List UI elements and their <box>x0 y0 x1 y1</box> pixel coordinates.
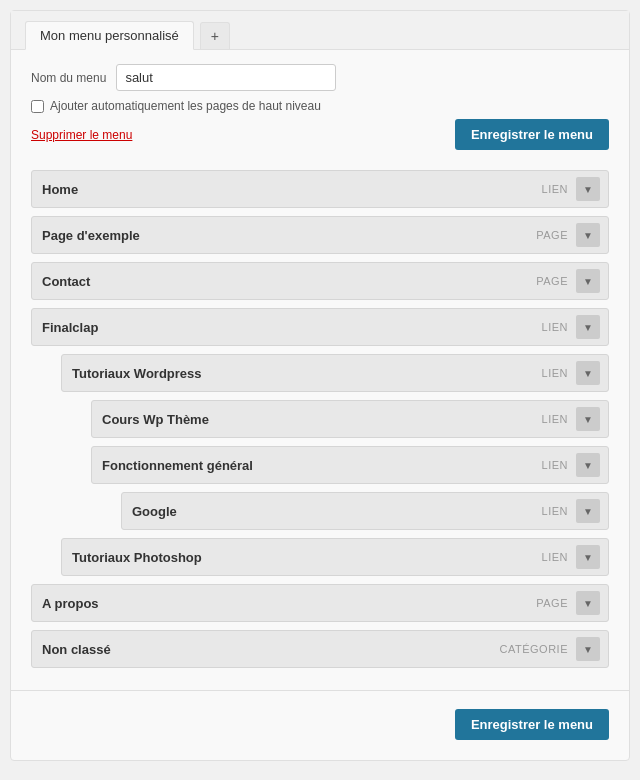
menu-item-type-finalclap: LIEN <box>542 321 568 333</box>
menu-item-expand-contact[interactable]: ▼ <box>576 269 600 293</box>
menu-item-label-a-propos: A propos <box>42 596 536 611</box>
form-area: Nom du menu Ajouter automatiquement les … <box>11 50 629 160</box>
auto-add-label: Ajouter automatiquement les pages de hau… <box>50 99 321 113</box>
menu-item-expand-a-propos[interactable]: ▼ <box>576 591 600 615</box>
bottom-actions: Enregistrer le menu <box>11 701 629 744</box>
menu-item-home[interactable]: HomeLIEN▼ <box>31 170 609 208</box>
menu-item-type-page-exemple: PAGE <box>536 229 568 241</box>
menu-item-tutoriaux-photoshop[interactable]: Tutoriaux PhotoshopLIEN▼ <box>61 538 609 576</box>
menu-item-non-classe[interactable]: Non classéCATÉGORIE▼ <box>31 630 609 668</box>
menu-item-type-google: LIEN <box>542 505 568 517</box>
menu-item-google[interactable]: GoogleLIEN▼ <box>121 492 609 530</box>
menu-item-type-cours-wp-theme: LIEN <box>542 413 568 425</box>
menu-item-label-page-exemple: Page d'exemple <box>42 228 536 243</box>
menu-item-expand-page-exemple[interactable]: ▼ <box>576 223 600 247</box>
menu-item-cours-wp-theme[interactable]: Cours Wp ThèmeLIEN▼ <box>91 400 609 438</box>
tab-bar: Mon menu personnalisé + <box>11 11 629 50</box>
menu-name-row: Nom du menu <box>31 64 609 91</box>
menu-item-type-tutoriaux-wordpress: LIEN <box>542 367 568 379</box>
delete-menu-link[interactable]: Supprimer le menu <box>31 128 132 142</box>
menu-item-label-non-classe: Non classé <box>42 642 500 657</box>
menu-name-input[interactable] <box>116 64 336 91</box>
menu-item-label-finalclap: Finalclap <box>42 320 542 335</box>
menu-item-expand-non-classe[interactable]: ▼ <box>576 637 600 661</box>
auto-add-row: Ajouter automatiquement les pages de hau… <box>31 99 609 113</box>
menu-item-contact[interactable]: ContactPAGE▼ <box>31 262 609 300</box>
tab-mon-menu[interactable]: Mon menu personnalisé <box>25 21 194 50</box>
menu-item-expand-home[interactable]: ▼ <box>576 177 600 201</box>
menu-item-expand-finalclap[interactable]: ▼ <box>576 315 600 339</box>
menu-item-page-exemple[interactable]: Page d'exemplePAGE▼ <box>31 216 609 254</box>
menu-item-type-a-propos: PAGE <box>536 597 568 609</box>
menu-item-expand-cours-wp-theme[interactable]: ▼ <box>576 407 600 431</box>
save-menu-button-top[interactable]: Enregistrer le menu <box>455 119 609 150</box>
menu-item-label-contact: Contact <box>42 274 536 289</box>
menu-item-fonctionnement-general[interactable]: Fonctionnement généralLIEN▼ <box>91 446 609 484</box>
menu-item-tutoriaux-wordpress[interactable]: Tutoriaux WordpressLIEN▼ <box>61 354 609 392</box>
menu-item-label-tutoriaux-wordpress: Tutoriaux Wordpress <box>72 366 542 381</box>
menu-item-type-non-classe: CATÉGORIE <box>500 643 568 655</box>
menu-item-a-propos[interactable]: A proposPAGE▼ <box>31 584 609 622</box>
menu-item-finalclap[interactable]: FinalclapLIEN▼ <box>31 308 609 346</box>
save-menu-button-bottom[interactable]: Enregistrer le menu <box>455 709 609 740</box>
menu-item-expand-fonctionnement-general[interactable]: ▼ <box>576 453 600 477</box>
menu-item-expand-tutoriaux-photoshop[interactable]: ▼ <box>576 545 600 569</box>
menu-item-expand-tutoriaux-wordpress[interactable]: ▼ <box>576 361 600 385</box>
menu-item-type-fonctionnement-general: LIEN <box>542 459 568 471</box>
divider <box>11 690 629 691</box>
menu-item-label-tutoriaux-photoshop: Tutoriaux Photoshop <box>72 550 542 565</box>
menu-items-list: HomeLIEN▼Page d'exemplePAGE▼ContactPAGE▼… <box>11 160 629 686</box>
menu-editor: Mon menu personnalisé + Nom du menu Ajou… <box>10 10 630 761</box>
menu-item-label-home: Home <box>42 182 542 197</box>
menu-item-type-tutoriaux-photoshop: LIEN <box>542 551 568 563</box>
menu-item-label-fonctionnement-general: Fonctionnement général <box>102 458 542 473</box>
tab-add-button[interactable]: + <box>200 22 230 49</box>
menu-item-type-contact: PAGE <box>536 275 568 287</box>
menu-item-type-home: LIEN <box>542 183 568 195</box>
menu-item-label-cours-wp-theme: Cours Wp Thème <box>102 412 542 427</box>
menu-item-label-google: Google <box>132 504 542 519</box>
menu-item-expand-google[interactable]: ▼ <box>576 499 600 523</box>
menu-name-label: Nom du menu <box>31 71 106 85</box>
form-actions: Supprimer le menu Enregistrer le menu <box>31 119 609 150</box>
auto-add-checkbox[interactable] <box>31 100 44 113</box>
